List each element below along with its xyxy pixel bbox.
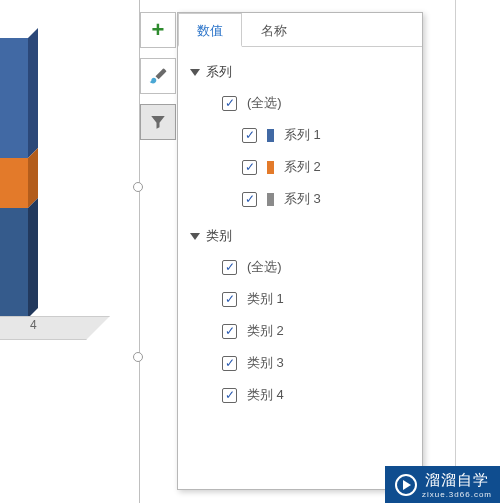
series-item-3[interactable]: ✓ 系列 3 [186, 183, 414, 215]
site-badge: 溜溜自学 zixue.3d66.com [385, 466, 500, 503]
series-item-1[interactable]: ✓ 系列 1 [186, 119, 414, 151]
group-series-label: 系列 [206, 63, 232, 81]
vertical-rule [455, 0, 500, 503]
play-logo-icon [395, 474, 417, 496]
checkbox-icon[interactable]: ✓ [222, 292, 237, 307]
select-all-label: (全选) [247, 94, 282, 112]
filter-button[interactable] [140, 104, 176, 140]
category-item-1[interactable]: ✓ 类别 1 [186, 283, 414, 315]
series-item-label: 系列 1 [284, 126, 321, 144]
selection-handle[interactable] [133, 182, 143, 192]
badge-text: 溜溜自学 [425, 471, 492, 490]
group-categories-label: 类别 [206, 227, 232, 245]
funnel-icon [149, 113, 167, 131]
checkbox-icon[interactable]: ✓ [222, 96, 237, 111]
selection-handle[interactable] [133, 352, 143, 362]
plus-icon: + [152, 19, 165, 41]
checkbox-icon[interactable]: ✓ [222, 388, 237, 403]
chart-filter-panel: 数值 名称 系列 ✓ (全选) ✓ 系列 1 ✓ 系列 2 ✓ 系列 3 [177, 12, 423, 490]
select-all-label: (全选) [247, 258, 282, 276]
category-item-3[interactable]: ✓ 类别 3 [186, 347, 414, 379]
series-swatch [267, 193, 274, 206]
checkbox-icon[interactable]: ✓ [222, 356, 237, 371]
bar-series-3[interactable] [0, 208, 28, 318]
panel-tabs: 数值 名称 [178, 13, 422, 47]
tab-names[interactable]: 名称 [242, 13, 306, 46]
group-series-header[interactable]: 系列 [186, 57, 414, 87]
chart-format-buttons: + [140, 12, 176, 140]
checkbox-icon[interactable]: ✓ [242, 160, 257, 175]
badge-subtext: zixue.3d66.com [422, 490, 492, 499]
categories-select-all[interactable]: ✓ (全选) [186, 251, 414, 283]
checkbox-icon[interactable]: ✓ [242, 128, 257, 143]
group-categories-header[interactable]: 类别 [186, 221, 414, 251]
filter-body: 系列 ✓ (全选) ✓ 系列 1 ✓ 系列 2 ✓ 系列 3 类别 ✓ (全选) [178, 47, 422, 491]
chart-fragment: 4 [0, 0, 140, 503]
category-item-label: 类别 1 [247, 290, 284, 308]
axis-category-label: 4 [30, 318, 37, 332]
checkbox-icon[interactable]: ✓ [242, 192, 257, 207]
tab-values[interactable]: 数值 [178, 13, 242, 47]
bar-series-2[interactable] [0, 158, 28, 208]
styles-button[interactable] [140, 58, 176, 94]
series-item-label: 系列 3 [284, 190, 321, 208]
chevron-down-icon [190, 69, 200, 76]
category-item-label: 类别 4 [247, 386, 284, 404]
checkbox-icon[interactable]: ✓ [222, 260, 237, 275]
chevron-down-icon [190, 233, 200, 240]
brush-icon [148, 66, 168, 86]
series-item-2[interactable]: ✓ 系列 2 [186, 151, 414, 183]
category-item-label: 类别 3 [247, 354, 284, 372]
add-element-button[interactable]: + [140, 12, 176, 48]
category-item-2[interactable]: ✓ 类别 2 [186, 315, 414, 347]
category-item-label: 类别 2 [247, 322, 284, 340]
series-swatch [267, 129, 274, 142]
bar-series-1[interactable] [0, 38, 28, 158]
category-item-4[interactable]: ✓ 类别 4 [186, 379, 414, 411]
checkbox-icon[interactable]: ✓ [222, 324, 237, 339]
series-item-label: 系列 2 [284, 158, 321, 176]
series-swatch [267, 161, 274, 174]
series-select-all[interactable]: ✓ (全选) [186, 87, 414, 119]
